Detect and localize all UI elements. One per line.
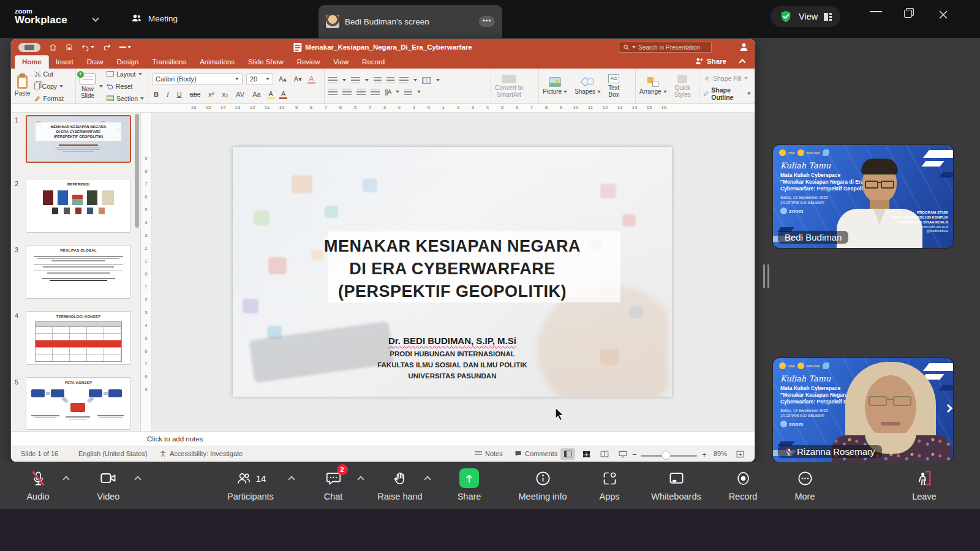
zoom-out-button[interactable]: − bbox=[632, 450, 637, 459]
notes-toggle[interactable]: Notes bbox=[475, 450, 503, 457]
slide-thumbnail-3[interactable]: REALITAS GLOBAL bbox=[26, 245, 131, 299]
close-button[interactable] bbox=[938, 10, 948, 20]
view-button[interactable]: View bbox=[771, 6, 840, 27]
justify-icon[interactable] bbox=[371, 89, 380, 96]
slide-thumbnail-1[interactable]: MENAKAR KESIAPAN NEGARADI ERA CYBERWARFA… bbox=[26, 115, 131, 163]
add-table-icon[interactable] bbox=[422, 77, 431, 84]
slide-canvas[interactable]: MENAKAR KESIAPAN NEGARA DI ERA CYBERWARF… bbox=[233, 147, 672, 397]
italic-button[interactable]: I bbox=[165, 91, 171, 98]
slideshow-button[interactable] bbox=[616, 448, 630, 460]
increase-indent-icon[interactable] bbox=[386, 77, 394, 84]
quick-access-customize-icon[interactable] bbox=[119, 46, 131, 48]
zoom-slider-thumb[interactable] bbox=[662, 451, 671, 460]
cut-button[interactable]: Cut bbox=[34, 69, 64, 79]
more-button[interactable]: More bbox=[771, 468, 839, 501]
workspace-chevron-icon[interactable] bbox=[92, 15, 99, 21]
arrange-button[interactable]: Arrange bbox=[639, 77, 667, 95]
highlight-color-button[interactable]: A bbox=[267, 90, 275, 99]
panel-drag-handle[interactable] bbox=[763, 264, 772, 290]
slide-sorter-button[interactable] bbox=[579, 448, 594, 460]
format-painter-button[interactable]: Format bbox=[34, 93, 64, 103]
video-button[interactable]: Video bbox=[75, 468, 142, 501]
tab-transitions[interactable]: Transitions bbox=[145, 56, 193, 69]
new-slide-button[interactable]: + New Slide bbox=[80, 73, 96, 99]
reading-view-button[interactable] bbox=[597, 448, 612, 460]
superscript-button[interactable]: x² bbox=[206, 91, 216, 98]
tab-insert[interactable]: Insert bbox=[49, 56, 80, 69]
align-right-icon[interactable] bbox=[356, 89, 366, 96]
slide-thumbnail-5[interactable]: PETA KONSEP bbox=[26, 377, 131, 430]
fit-to-window-button[interactable] bbox=[733, 448, 747, 460]
grow-font-button[interactable]: A▴ bbox=[277, 75, 288, 83]
font-name-select[interactable]: Calibri (Body) bbox=[152, 73, 243, 85]
tab-draw[interactable]: Draw bbox=[80, 56, 110, 69]
text-box-button[interactable]: A≡TextBox bbox=[608, 74, 619, 98]
normal-view-button[interactable] bbox=[560, 448, 575, 460]
shrink-font-button[interactable]: A▾ bbox=[292, 75, 304, 83]
video-tile-bedi[interactable]: USK SPS USK Kuliah Tamu Mata Kuliah Cybe… bbox=[773, 145, 953, 248]
align-center-icon[interactable] bbox=[342, 89, 352, 96]
tab-review[interactable]: Review bbox=[290, 56, 327, 69]
ppt-share-button[interactable]: Share bbox=[695, 57, 726, 65]
leave-button[interactable]: Leave bbox=[891, 468, 958, 501]
share-button[interactable]: Share bbox=[435, 468, 503, 501]
audio-button[interactable]: Audio bbox=[4, 468, 72, 501]
line-spacing-icon[interactable] bbox=[399, 77, 409, 84]
restore-button[interactable] bbox=[904, 10, 912, 18]
slide-thumbnail-2[interactable]: REFERENSI bbox=[26, 179, 131, 233]
meeting-info-button[interactable]: Meeting info bbox=[509, 468, 576, 501]
tab-design[interactable]: Design bbox=[110, 56, 146, 69]
strikethrough-button[interactable]: abc bbox=[188, 91, 203, 98]
numbering-icon[interactable] bbox=[351, 77, 360, 84]
character-spacing-button[interactable]: AV bbox=[234, 91, 246, 98]
participants-options-chevron[interactable] bbox=[288, 476, 295, 482]
paste-button[interactable]: Paste bbox=[15, 75, 31, 97]
home-icon[interactable] bbox=[49, 43, 57, 51]
notes-pane[interactable]: Click to add notes bbox=[11, 431, 755, 446]
change-case-button[interactable]: Aa bbox=[251, 91, 262, 98]
thumbnail-scrollbar[interactable] bbox=[135, 114, 139, 228]
comments-toggle[interactable]: Comments bbox=[514, 450, 557, 457]
convert-smartart-button[interactable]: Convert toSmartArt bbox=[495, 75, 523, 98]
redo-icon[interactable] bbox=[103, 43, 111, 51]
account-icon[interactable] bbox=[739, 42, 749, 52]
language-status[interactable]: English (United States) bbox=[78, 450, 148, 457]
tab-animations[interactable]: Animations bbox=[193, 56, 241, 69]
picture-button[interactable]: Picture bbox=[543, 77, 567, 95]
search-input[interactable]: Search in Presentation bbox=[619, 42, 712, 53]
reset-button[interactable]: Reset bbox=[107, 81, 144, 91]
clear-formatting-button[interactable]: A bbox=[307, 75, 315, 84]
layout-button[interactable]: Layout bbox=[107, 69, 144, 79]
zoom-percent[interactable]: 89% bbox=[714, 450, 727, 457]
slide-thumbnail-4[interactable]: TERMINOLOGI KONSEP bbox=[26, 311, 131, 365]
tab-options-icon[interactable]: ••• bbox=[479, 16, 495, 27]
next-participants-button[interactable] bbox=[941, 399, 956, 418]
tab-shared-screen[interactable]: Bedi Budiman's screen ••• bbox=[318, 5, 502, 38]
whiteboards-button[interactable]: Whiteboards bbox=[643, 468, 710, 501]
tab-slideshow[interactable]: Slide Show bbox=[241, 56, 290, 69]
apps-button[interactable]: Apps bbox=[576, 468, 643, 501]
quick-styles-button[interactable]: QuickStyles bbox=[674, 75, 691, 98]
zoom-in-button[interactable]: + bbox=[702, 450, 707, 459]
video-tile-rizanna[interactable]: USK SPS USK Kuliah Tamu Mata Kuliah Cybe… bbox=[773, 358, 953, 462]
participants-button[interactable]: 14 Participants bbox=[217, 468, 284, 501]
text-direction-icon[interactable]: |||A bbox=[385, 89, 391, 96]
align-text-icon[interactable] bbox=[404, 89, 412, 96]
tab-meeting[interactable]: Meeting bbox=[130, 12, 178, 24]
bold-button[interactable]: B bbox=[152, 91, 160, 98]
underline-button[interactable]: U bbox=[175, 91, 184, 98]
align-left-icon[interactable] bbox=[328, 89, 337, 96]
copy-button[interactable]: Copy bbox=[34, 81, 64, 91]
font-color-button[interactable]: A bbox=[279, 90, 287, 99]
chat-button[interactable]: 2 Chat bbox=[300, 468, 367, 501]
tab-view[interactable]: View bbox=[326, 56, 355, 69]
security-shield-icon[interactable] bbox=[779, 10, 793, 23]
minimize-button[interactable] bbox=[870, 11, 882, 12]
bullets-icon[interactable] bbox=[328, 77, 337, 84]
save-icon[interactable] bbox=[66, 43, 73, 51]
record-button[interactable]: Record bbox=[709, 468, 777, 501]
raise-hand-button[interactable]: Raise hand bbox=[366, 468, 434, 501]
shape-fill-button[interactable]: Shape Fill bbox=[703, 73, 751, 84]
decrease-indent-icon[interactable] bbox=[374, 77, 382, 84]
tab-record[interactable]: Record bbox=[355, 56, 391, 69]
